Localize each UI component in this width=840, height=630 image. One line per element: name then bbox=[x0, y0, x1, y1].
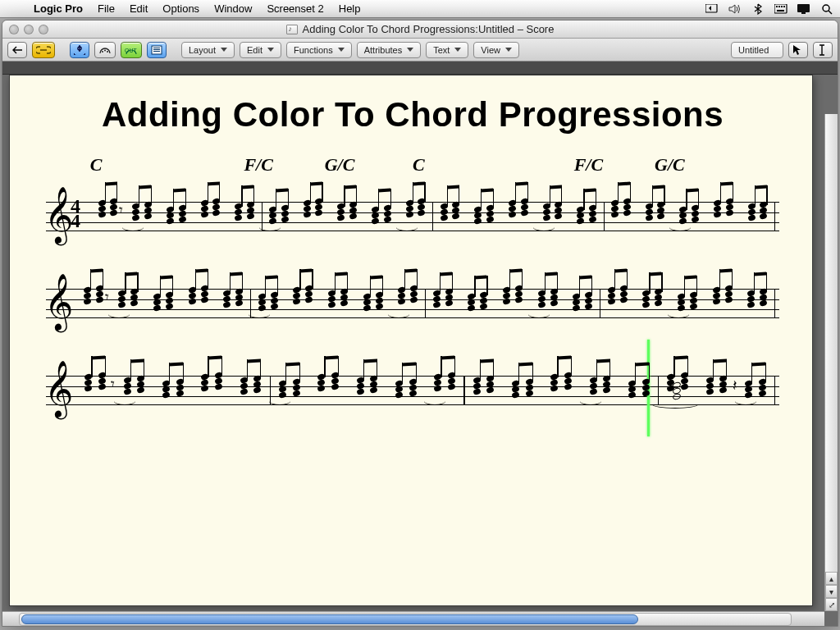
catch-playhead-button[interactable] bbox=[70, 42, 89, 58]
scroll-corner: ⤢ bbox=[825, 598, 838, 611]
staff-system[interactable]: 𝄞 𝄾𝄽 bbox=[46, 353, 779, 423]
note-stem bbox=[766, 272, 767, 292]
beam bbox=[169, 363, 183, 367]
beam bbox=[720, 182, 733, 186]
note-stem bbox=[493, 359, 494, 379]
tie bbox=[528, 310, 550, 318]
beam bbox=[130, 359, 144, 363]
note-stem bbox=[185, 189, 186, 208]
barline bbox=[432, 202, 433, 231]
menu-window[interactable]: Window bbox=[207, 2, 259, 15]
score-title[interactable]: Adding Color To Chord Progressions bbox=[46, 95, 779, 135]
text-menu[interactable]: Text bbox=[426, 42, 468, 58]
scroll-thumb[interactable] bbox=[21, 614, 638, 624]
time-signature[interactable]: 4 4 bbox=[71, 199, 80, 228]
window-titlebar[interactable]: Adding Color To Chord Progressions:Untit… bbox=[2, 21, 838, 39]
spotlight-icon[interactable] bbox=[820, 2, 833, 16]
score-toolbar: OUT Layout Edit Functions Attributes Tex… bbox=[2, 39, 838, 62]
text-tool[interactable] bbox=[813, 42, 833, 58]
volume-icon[interactable] bbox=[728, 2, 742, 16]
score-page[interactable]: Adding Color To Chord Progressions C F/C… bbox=[9, 75, 813, 606]
ruler-strip bbox=[2, 62, 838, 75]
screen-share-icon[interactable] bbox=[705, 2, 719, 16]
note-stem bbox=[649, 363, 650, 382]
beam bbox=[91, 356, 105, 360]
barline bbox=[774, 202, 775, 231]
chord-symbol[interactable]: C bbox=[413, 154, 425, 176]
beam bbox=[481, 189, 493, 193]
window-controls bbox=[2, 25, 48, 34]
link-button[interactable] bbox=[32, 42, 55, 58]
menu-edit[interactable]: Edit bbox=[122, 2, 155, 15]
beam bbox=[247, 359, 261, 363]
horizontal-scrollbar[interactable] bbox=[19, 613, 792, 626]
status-tray bbox=[705, 2, 833, 16]
tie bbox=[533, 223, 555, 231]
menu-file[interactable]: File bbox=[90, 2, 122, 15]
chord-symbol[interactable]: C bbox=[90, 154, 103, 176]
note-stem bbox=[137, 272, 138, 292]
beam bbox=[363, 359, 377, 363]
scroll-down-icon[interactable]: ▾ bbox=[825, 585, 838, 598]
beam bbox=[310, 182, 322, 186]
page-view-button[interactable] bbox=[147, 42, 167, 58]
svg-point-14 bbox=[107, 51, 108, 52]
beam bbox=[241, 185, 253, 189]
chevron-down-icon bbox=[338, 48, 345, 52]
note-stem bbox=[698, 189, 699, 208]
footer-bar bbox=[2, 611, 824, 626]
menu-screenset[interactable]: Screenset 2 bbox=[259, 2, 331, 15]
zoom-button[interactable] bbox=[39, 25, 48, 34]
chord-symbol[interactable]: F/C bbox=[244, 154, 272, 176]
note-stem bbox=[105, 356, 106, 376]
functions-menu[interactable]: Functions bbox=[286, 42, 352, 58]
midi-in-button[interactable] bbox=[94, 42, 116, 58]
minimize-button[interactable] bbox=[24, 25, 34, 34]
midi-out-button[interactable]: OUT bbox=[121, 42, 142, 58]
scroll-up-icon[interactable]: ▴ bbox=[825, 572, 838, 585]
chord-symbol[interactable]: G/C bbox=[655, 154, 685, 176]
bluetooth-icon[interactable] bbox=[751, 2, 765, 16]
beam bbox=[673, 356, 687, 360]
tie bbox=[735, 397, 756, 405]
chord-symbol[interactable]: F/C bbox=[574, 154, 603, 176]
menu-options[interactable]: Options bbox=[155, 2, 207, 15]
display-icon[interactable] bbox=[797, 2, 810, 16]
back-button[interactable] bbox=[7, 42, 27, 58]
beam bbox=[344, 185, 356, 189]
attributes-menu[interactable]: Attributes bbox=[357, 42, 421, 58]
beam bbox=[518, 363, 532, 367]
beam bbox=[719, 269, 732, 273]
beam bbox=[265, 276, 277, 280]
svg-rect-7 bbox=[797, 4, 810, 12]
staff-system[interactable]: 𝄞 𝄾 bbox=[46, 266, 779, 336]
pointer-tool[interactable] bbox=[788, 42, 808, 58]
vertical-scrollbar[interactable]: ▴ ▾ ⤢ bbox=[824, 114, 838, 611]
note-stem bbox=[299, 363, 300, 382]
view-menu[interactable]: View bbox=[473, 42, 519, 58]
note-stem bbox=[356, 185, 357, 205]
svg-point-13 bbox=[104, 49, 106, 51]
beam bbox=[402, 363, 416, 367]
chord-symbol[interactable]: G/C bbox=[325, 154, 355, 176]
treble-clef-icon: 𝄞 bbox=[44, 364, 73, 413]
edit-menu[interactable]: Edit bbox=[240, 42, 281, 58]
beam bbox=[649, 272, 661, 276]
barline bbox=[425, 289, 426, 318]
layout-menu[interactable]: Layout bbox=[181, 42, 235, 58]
note-stem bbox=[424, 182, 425, 202]
note-stem bbox=[454, 356, 455, 376]
close-button[interactable] bbox=[9, 25, 19, 34]
note-stem bbox=[571, 356, 572, 376]
tie bbox=[249, 310, 270, 318]
menu-help[interactable]: Help bbox=[331, 2, 368, 15]
beam bbox=[276, 189, 288, 193]
note-stem bbox=[493, 189, 494, 208]
note-stem bbox=[591, 276, 592, 295]
input-menu-icon[interactable] bbox=[774, 2, 788, 16]
app-name-menu[interactable]: Logic Pro bbox=[26, 2, 90, 15]
staff-system[interactable]: 𝄞 4 4 𝄾 bbox=[46, 179, 779, 249]
region-name-field[interactable]: Untitled bbox=[731, 42, 783, 58]
tie bbox=[259, 223, 281, 231]
beam bbox=[684, 276, 696, 280]
